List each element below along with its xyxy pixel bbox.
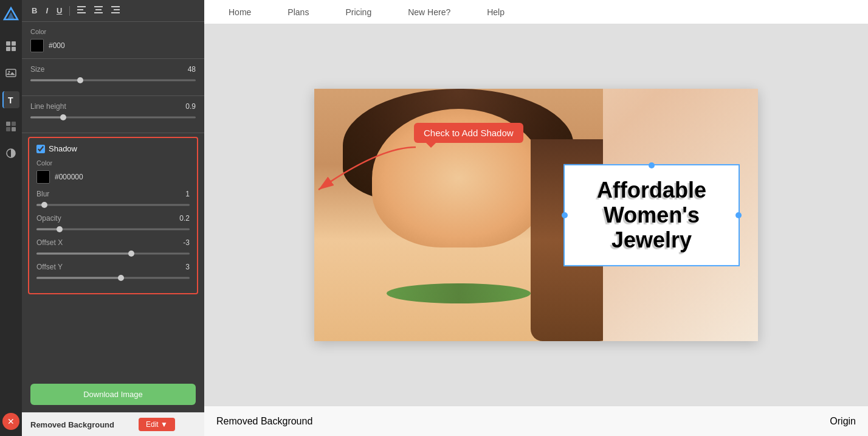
blur-slider-thumb[interactable] <box>41 202 47 208</box>
line-height-slider-fill <box>30 117 63 119</box>
nav-home[interactable]: Home <box>229 7 251 17</box>
offset-y-label: Offset Y <box>36 263 63 271</box>
text-toolbar: B I U <box>22 0 204 22</box>
size-value: 48 <box>188 65 196 74</box>
offset-x-value: -3 <box>183 238 190 247</box>
svg-rect-9 <box>6 127 10 131</box>
blur-slider-track <box>36 204 190 206</box>
svg-text:T: T <box>8 95 13 105</box>
edit-button[interactable]: Edit ▼ <box>139 418 175 431</box>
main-bottom-strip: Removed Background Origin <box>204 406 868 436</box>
svg-rect-10 <box>12 127 16 131</box>
canvas-image: Affordable Women's Jewelry <box>314 89 758 341</box>
nav-plans[interactable]: Plans <box>288 7 309 17</box>
color-swatch[interactable] <box>30 39 44 52</box>
offset-x-slider-thumb[interactable] <box>128 251 134 257</box>
shadow-color-label: Color <box>36 159 190 167</box>
offset-y-slider-fill <box>36 277 121 279</box>
offset-x-row: Offset X -3 <box>36 238 190 247</box>
opacity-slider-thumb[interactable] <box>57 226 63 232</box>
icon-bar-bottom: ✕ <box>2 413 19 430</box>
shadow-color-value: #000000 <box>55 173 83 181</box>
nav-pricing[interactable]: Pricing <box>345 7 371 17</box>
color-section: Color #000 <box>22 22 204 59</box>
app-logo[interactable] <box>2 6 19 23</box>
align-left-button[interactable] <box>75 5 88 16</box>
size-label: Size <box>30 65 44 74</box>
line-height-slider[interactable] <box>30 113 196 122</box>
necklace <box>387 283 531 303</box>
svg-rect-19 <box>114 9 120 10</box>
line-height-slider-track <box>30 117 196 119</box>
canvas-area: Check to Add Shadow <box>204 24 868 406</box>
offset-y-slider-thumb[interactable] <box>118 275 124 281</box>
callout-text: Check to Add Shadow <box>424 128 514 138</box>
sidebar-item-image[interactable] <box>2 64 19 81</box>
svg-point-5 <box>9 71 10 73</box>
line-height-label: Line height <box>30 102 66 111</box>
opacity-slider[interactable] <box>36 225 190 234</box>
blur-slider[interactable] <box>36 201 190 209</box>
offset-y-slider[interactable] <box>36 274 190 282</box>
size-slider-thumb[interactable] <box>77 77 83 83</box>
svg-rect-20 <box>111 12 120 13</box>
align-right-button[interactable] <box>109 5 122 16</box>
shadow-color-row: #000000 <box>36 170 190 184</box>
offset-x-slider[interactable] <box>36 249 190 258</box>
color-row: #000 <box>30 39 196 52</box>
main-removed-bg-label: Removed Background <box>216 416 312 427</box>
nav-help[interactable]: Help <box>487 7 505 17</box>
blur-value: 1 <box>185 190 190 198</box>
shadow-title: Shadow <box>49 144 77 153</box>
icon-bar: T ✕ <box>0 0 22 436</box>
svg-rect-8 <box>12 122 16 126</box>
sidebar-item-contrast[interactable] <box>2 145 19 162</box>
svg-rect-15 <box>94 6 103 7</box>
shadow-checkbox[interactable] <box>36 145 45 153</box>
text-line-2: Women's <box>576 202 728 227</box>
offset-x-slider-track <box>36 253 190 255</box>
handle-middle-right[interactable] <box>735 212 742 218</box>
size-slider-track <box>30 80 196 81</box>
text-overlay[interactable]: Affordable Women's Jewelry <box>563 164 740 266</box>
bottom-bar: Removed Background Edit ▼ <box>22 412 204 436</box>
panel-scroll[interactable]: Color #000 Size 48 Line height 0 <box>22 22 204 376</box>
color-value: #000 <box>49 41 65 50</box>
line-height-section: Line height 0.9 <box>22 96 204 133</box>
bold-button[interactable]: B <box>29 5 40 16</box>
opacity-row: Opacity 0.2 <box>36 214 190 223</box>
sidebar-item-pattern[interactable] <box>2 118 19 135</box>
close-button[interactable]: ✕ <box>2 413 19 430</box>
svg-rect-7 <box>6 122 10 126</box>
svg-rect-1 <box>12 41 16 46</box>
callout-tooltip: Check to Add Shadow <box>414 123 523 143</box>
handle-top-center[interactable] <box>649 162 655 168</box>
shadow-header: Shadow <box>36 144 190 153</box>
svg-rect-17 <box>94 12 103 13</box>
text-line-1: Affordable <box>576 177 728 202</box>
opacity-label: Opacity <box>36 214 61 223</box>
canvas-text[interactable]: Affordable Women's Jewelry <box>576 177 728 252</box>
svg-rect-2 <box>6 47 10 51</box>
top-nav: Home Plans Pricing New Here? Help <box>204 0 868 24</box>
underline-button[interactable]: U <box>54 5 64 16</box>
shadow-section: Shadow Color #000000 Blur 1 Opacity <box>28 137 198 294</box>
text-line-3: Jewelry <box>576 227 728 252</box>
shadow-color-swatch[interactable] <box>36 170 50 184</box>
blur-label: Blur <box>36 190 49 198</box>
line-height-slider-thumb[interactable] <box>60 114 66 120</box>
download-button[interactable]: Download Image <box>30 384 196 405</box>
nav-new-here[interactable]: New Here? <box>408 7 450 17</box>
sidebar-item-grid[interactable] <box>2 38 19 55</box>
line-height-row: Line height 0.9 <box>30 102 196 111</box>
left-panel: B I U Color #000 Size 48 <box>22 0 204 436</box>
offset-x-label: Offset X <box>36 238 63 247</box>
sidebar-item-text[interactable]: T <box>2 91 19 108</box>
svg-rect-14 <box>77 12 86 13</box>
line-height-value: 0.9 <box>185 102 196 111</box>
italic-button[interactable]: I <box>43 5 50 16</box>
handle-middle-left[interactable] <box>562 212 568 218</box>
main-area: Home Plans Pricing New Here? Help Check … <box>204 0 868 436</box>
size-slider[interactable] <box>30 76 196 85</box>
align-center-button[interactable] <box>92 5 105 16</box>
